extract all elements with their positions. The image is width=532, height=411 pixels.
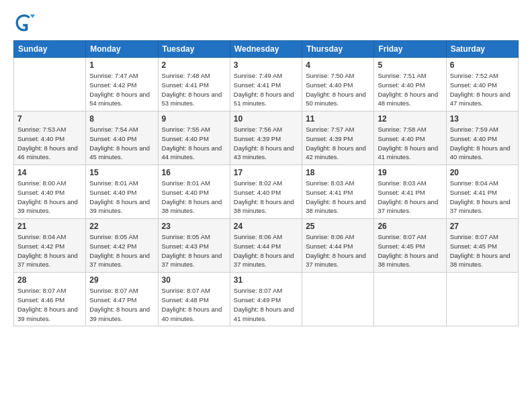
day-number: 3 bbox=[234, 60, 298, 70]
day-number: 4 bbox=[306, 60, 370, 70]
calendar-day-cell: 3Sunrise: 7:49 AMSunset: 4:41 PMDaylight… bbox=[230, 58, 302, 111]
day-info: Sunrise: 8:05 AMSunset: 4:43 PMDaylight:… bbox=[162, 232, 226, 269]
calendar-day-cell: 7Sunrise: 7:53 AMSunset: 4:40 PMDaylight… bbox=[14, 111, 86, 165]
header bbox=[13, 12, 519, 34]
calendar-day-cell: 11Sunrise: 7:57 AMSunset: 4:39 PMDayligh… bbox=[302, 111, 374, 165]
calendar-week-row: 7Sunrise: 7:53 AMSunset: 4:40 PMDaylight… bbox=[14, 111, 519, 165]
calendar-day-cell bbox=[374, 273, 446, 326]
calendar-day-cell: 29Sunrise: 8:07 AMSunset: 4:47 PMDayligh… bbox=[86, 273, 158, 326]
calendar-day-header: Thursday bbox=[302, 41, 374, 58]
day-number: 20 bbox=[450, 168, 515, 177]
calendar-day-cell: 21Sunrise: 8:04 AMSunset: 4:42 PMDayligh… bbox=[14, 219, 86, 273]
calendar-day-cell: 25Sunrise: 8:06 AMSunset: 4:44 PMDayligh… bbox=[302, 219, 374, 273]
calendar-day-cell: 23Sunrise: 8:05 AMSunset: 4:43 PMDayligh… bbox=[158, 219, 230, 273]
day-info: Sunrise: 8:01 AMSunset: 4:40 PMDaylight:… bbox=[89, 179, 154, 216]
calendar-day-cell: 8Sunrise: 7:54 AMSunset: 4:40 PMDaylight… bbox=[86, 111, 158, 165]
day-number: 7 bbox=[17, 114, 82, 124]
day-number: 28 bbox=[17, 275, 82, 285]
day-info: Sunrise: 8:06 AMSunset: 4:44 PMDaylight:… bbox=[234, 232, 298, 269]
calendar-day-cell: 30Sunrise: 8:07 AMSunset: 4:48 PMDayligh… bbox=[158, 273, 230, 326]
day-info: Sunrise: 8:07 AMSunset: 4:46 PMDaylight:… bbox=[17, 286, 82, 323]
calendar-day-cell: 28Sunrise: 8:07 AMSunset: 4:46 PMDayligh… bbox=[14, 273, 86, 326]
calendar-day-cell: 13Sunrise: 7:59 AMSunset: 4:40 PMDayligh… bbox=[446, 111, 518, 165]
day-info: Sunrise: 8:03 AMSunset: 4:41 PMDaylight:… bbox=[306, 179, 370, 216]
day-number: 23 bbox=[162, 222, 226, 231]
day-info: Sunrise: 8:01 AMSunset: 4:40 PMDaylight:… bbox=[162, 179, 226, 216]
calendar-day-header: Friday bbox=[374, 41, 446, 58]
day-info: Sunrise: 7:59 AMSunset: 4:40 PMDaylight:… bbox=[450, 125, 515, 162]
day-number: 8 bbox=[89, 114, 154, 124]
day-number: 13 bbox=[450, 114, 515, 124]
day-number: 6 bbox=[450, 60, 515, 70]
day-info: Sunrise: 7:58 AMSunset: 4:40 PMDaylight:… bbox=[378, 125, 442, 162]
calendar-week-row: 28Sunrise: 8:07 AMSunset: 4:46 PMDayligh… bbox=[14, 273, 519, 326]
calendar-day-cell: 10Sunrise: 7:56 AMSunset: 4:39 PMDayligh… bbox=[230, 111, 302, 165]
day-info: Sunrise: 7:47 AMSunset: 4:42 PMDaylight:… bbox=[89, 71, 154, 108]
day-number: 27 bbox=[450, 222, 515, 231]
calendar-day-cell bbox=[446, 273, 518, 326]
day-info: Sunrise: 8:07 AMSunset: 4:48 PMDaylight:… bbox=[162, 286, 226, 323]
logo bbox=[13, 12, 36, 34]
day-number: 31 bbox=[234, 275, 298, 285]
day-number: 2 bbox=[162, 60, 226, 70]
calendar-day-cell: 1Sunrise: 7:47 AMSunset: 4:42 PMDaylight… bbox=[86, 58, 158, 111]
day-number: 18 bbox=[306, 168, 370, 177]
calendar-day-cell: 24Sunrise: 8:06 AMSunset: 4:44 PMDayligh… bbox=[230, 219, 302, 273]
day-info: Sunrise: 8:07 AMSunset: 4:49 PMDaylight:… bbox=[234, 286, 298, 323]
day-info: Sunrise: 8:04 AMSunset: 4:41 PMDaylight:… bbox=[450, 179, 515, 216]
calendar-day-header: Wednesday bbox=[230, 41, 302, 58]
calendar-day-header: Sunday bbox=[14, 41, 86, 58]
calendar-day-cell: 6Sunrise: 7:52 AMSunset: 4:40 PMDaylight… bbox=[446, 58, 518, 111]
calendar-day-cell: 18Sunrise: 8:03 AMSunset: 4:41 PMDayligh… bbox=[302, 165, 374, 219]
day-number: 21 bbox=[17, 222, 82, 231]
day-number: 29 bbox=[89, 275, 154, 285]
calendar-day-header: Tuesday bbox=[158, 41, 230, 58]
calendar-day-cell: 31Sunrise: 8:07 AMSunset: 4:49 PMDayligh… bbox=[230, 273, 302, 326]
day-info: Sunrise: 8:07 AMSunset: 4:45 PMDaylight:… bbox=[450, 232, 515, 269]
calendar-header-row: SundayMondayTuesdayWednesdayThursdayFrid… bbox=[14, 41, 519, 58]
calendar-day-cell: 14Sunrise: 8:00 AMSunset: 4:40 PMDayligh… bbox=[14, 165, 86, 219]
page: SundayMondayTuesdayWednesdayThursdayFrid… bbox=[0, 0, 532, 411]
day-number: 11 bbox=[306, 114, 370, 124]
calendar-day-cell: 22Sunrise: 8:05 AMSunset: 4:42 PMDayligh… bbox=[86, 219, 158, 273]
calendar-day-cell: 9Sunrise: 7:55 AMSunset: 4:40 PMDaylight… bbox=[158, 111, 230, 165]
day-info: Sunrise: 8:07 AMSunset: 4:45 PMDaylight:… bbox=[378, 232, 442, 269]
calendar-day-cell bbox=[14, 58, 86, 111]
day-info: Sunrise: 7:53 AMSunset: 4:40 PMDaylight:… bbox=[17, 125, 82, 162]
day-number: 26 bbox=[378, 222, 442, 231]
calendar-day-cell: 4Sunrise: 7:50 AMSunset: 4:40 PMDaylight… bbox=[302, 58, 374, 111]
calendar-day-cell bbox=[302, 273, 374, 326]
day-info: Sunrise: 8:07 AMSunset: 4:47 PMDaylight:… bbox=[89, 286, 154, 323]
calendar-day-header: Monday bbox=[86, 41, 158, 58]
calendar-day-cell: 17Sunrise: 8:02 AMSunset: 4:40 PMDayligh… bbox=[230, 165, 302, 219]
calendar-day-cell: 26Sunrise: 8:07 AMSunset: 4:45 PMDayligh… bbox=[374, 219, 446, 273]
calendar-day-cell: 5Sunrise: 7:51 AMSunset: 4:40 PMDaylight… bbox=[374, 58, 446, 111]
day-number: 30 bbox=[162, 275, 226, 285]
calendar-week-row: 21Sunrise: 8:04 AMSunset: 4:42 PMDayligh… bbox=[14, 219, 519, 273]
day-info: Sunrise: 7:56 AMSunset: 4:39 PMDaylight:… bbox=[234, 125, 298, 162]
calendar-week-row: 14Sunrise: 8:00 AMSunset: 4:40 PMDayligh… bbox=[14, 165, 519, 219]
day-info: Sunrise: 7:54 AMSunset: 4:40 PMDaylight:… bbox=[89, 125, 154, 162]
day-info: Sunrise: 7:55 AMSunset: 4:40 PMDaylight:… bbox=[162, 125, 226, 162]
day-info: Sunrise: 8:00 AMSunset: 4:40 PMDaylight:… bbox=[17, 179, 82, 216]
day-info: Sunrise: 8:06 AMSunset: 4:44 PMDaylight:… bbox=[306, 232, 370, 269]
day-number: 10 bbox=[234, 114, 298, 124]
day-number: 12 bbox=[378, 114, 442, 124]
day-number: 14 bbox=[17, 168, 82, 177]
logo-icon bbox=[13, 12, 35, 34]
day-info: Sunrise: 7:48 AMSunset: 4:41 PMDaylight:… bbox=[162, 71, 226, 108]
day-info: Sunrise: 7:49 AMSunset: 4:41 PMDaylight:… bbox=[234, 71, 298, 108]
calendar-day-cell: 2Sunrise: 7:48 AMSunset: 4:41 PMDaylight… bbox=[158, 58, 230, 111]
day-info: Sunrise: 8:03 AMSunset: 4:41 PMDaylight:… bbox=[378, 179, 442, 216]
day-number: 17 bbox=[234, 168, 298, 177]
day-info: Sunrise: 8:02 AMSunset: 4:40 PMDaylight:… bbox=[234, 179, 298, 216]
day-number: 9 bbox=[162, 114, 226, 124]
day-number: 24 bbox=[234, 222, 298, 231]
day-number: 22 bbox=[89, 222, 154, 231]
day-number: 5 bbox=[378, 60, 442, 70]
day-number: 1 bbox=[89, 60, 154, 70]
calendar-week-row: 1Sunrise: 7:47 AMSunset: 4:42 PMDaylight… bbox=[14, 58, 519, 111]
day-info: Sunrise: 7:57 AMSunset: 4:39 PMDaylight:… bbox=[306, 125, 370, 162]
calendar-table: SundayMondayTuesdayWednesdayThursdayFrid… bbox=[13, 40, 519, 326]
calendar-day-cell: 12Sunrise: 7:58 AMSunset: 4:40 PMDayligh… bbox=[374, 111, 446, 165]
